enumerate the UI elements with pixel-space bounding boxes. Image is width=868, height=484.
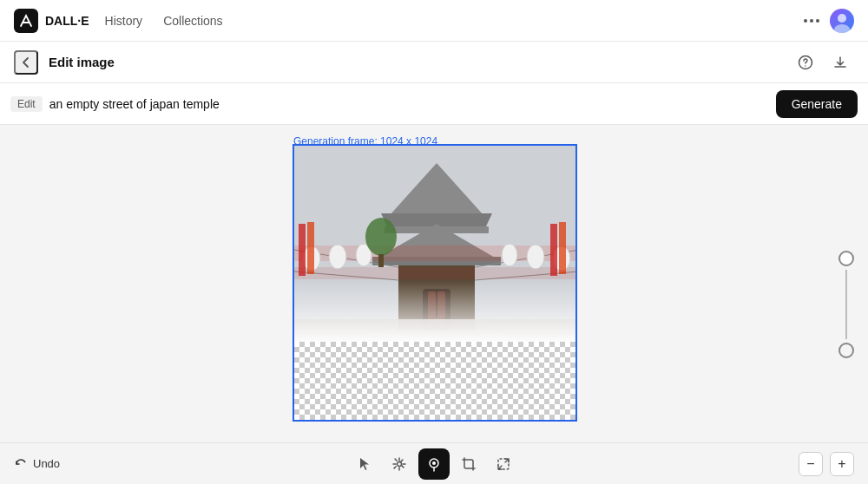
zoom-out-button[interactable]: − <box>799 452 823 476</box>
zoom-in-button[interactable]: + <box>830 452 854 476</box>
more-options-button[interactable] <box>804 19 819 23</box>
svg-point-4 <box>805 65 806 66</box>
svg-point-2 <box>834 24 850 33</box>
dot3 <box>816 19 819 23</box>
slider-track <box>845 270 847 339</box>
select-tool-button[interactable] <box>349 448 380 480</box>
edit-header: Edit image <box>0 42 868 83</box>
edit-mode-badge[interactable]: Edit <box>10 96 43 112</box>
user-avatar[interactable] <box>830 9 854 33</box>
bottom-toolbar: Undo <box>0 442 868 484</box>
svg-rect-30 <box>559 222 566 274</box>
edit-title: Edit image <box>49 55 115 69</box>
dot2 <box>810 19 813 23</box>
nav-right <box>804 9 854 33</box>
svg-point-31 <box>365 218 397 256</box>
svg-rect-32 <box>378 254 384 267</box>
svg-point-38 <box>432 461 436 465</box>
dalle-logo-icon <box>14 9 38 33</box>
download-icon <box>832 55 848 70</box>
svg-point-1 <box>838 14 846 23</box>
svg-point-25 <box>527 245 544 269</box>
app-name: DALL·E <box>45 14 89 28</box>
crop-tool-button[interactable] <box>453 448 484 480</box>
prompt-input[interactable] <box>49 97 769 111</box>
expand-tool-button[interactable] <box>488 448 519 480</box>
slider-handle-bottom[interactable] <box>838 343 854 358</box>
prompt-bar: Edit Generate <box>0 83 868 125</box>
brush-icon <box>426 456 442 472</box>
brush-tool-button[interactable] <box>418 448 450 480</box>
pan-icon <box>391 456 407 472</box>
undo-icon <box>14 457 28 471</box>
svg-point-36 <box>398 461 402 466</box>
right-controls <box>838 251 854 358</box>
crop-icon <box>461 456 477 472</box>
svg-point-26 <box>502 244 517 266</box>
download-button[interactable] <box>826 49 854 76</box>
svg-rect-28 <box>307 222 314 274</box>
zoom-controls: − + <box>799 452 854 476</box>
pan-tool-button[interactable] <box>384 448 415 480</box>
slider-handle-top[interactable] <box>838 251 854 266</box>
fade-overlay <box>294 281 575 342</box>
tool-group <box>349 448 519 480</box>
help-icon <box>798 55 813 70</box>
svg-point-22 <box>329 245 346 269</box>
main-canvas: Generation frame: 1024 x 1024 <box>0 125 868 484</box>
checkerboard-area <box>294 342 575 420</box>
generate-button[interactable]: Generate <box>776 90 858 118</box>
undo-button[interactable]: Undo <box>14 457 60 471</box>
edit-header-right <box>792 49 854 76</box>
back-button[interactable] <box>14 50 38 75</box>
brush-size-slider[interactable] <box>838 251 854 358</box>
nav-collections-link[interactable]: Collections <box>158 10 227 31</box>
svg-rect-27 <box>299 224 306 276</box>
expand-icon <box>496 456 511 472</box>
svg-rect-0 <box>14 9 38 33</box>
dot1 <box>804 19 807 23</box>
avatar-icon <box>830 9 854 33</box>
undo-label: Undo <box>33 457 60 470</box>
nav-history-link[interactable]: History <box>100 10 148 31</box>
nav-logo: DALL·E <box>14 9 89 33</box>
help-button[interactable] <box>792 49 819 76</box>
svg-rect-29 <box>550 224 557 276</box>
image-frame <box>293 144 577 422</box>
select-icon <box>357 456 372 472</box>
top-nav: DALL·E History Collections <box>0 0 868 42</box>
back-icon <box>19 56 33 69</box>
